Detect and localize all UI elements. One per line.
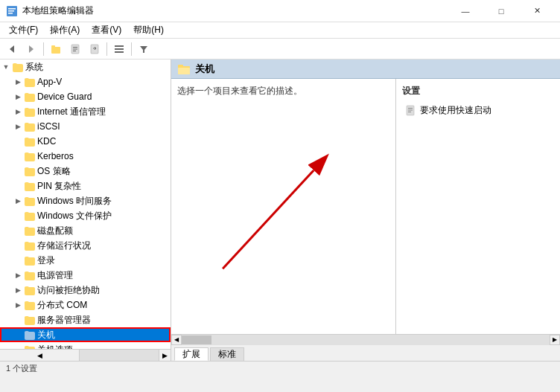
tree-label-appv: App-V [37,77,62,87]
menu-help[interactable]: 帮助(H) [127,22,170,38]
tree-expand-power[interactable]: ▶ [12,269,24,281]
svg-rect-12 [91,45,98,54]
tree-folder-windows-time [24,195,36,207]
tree-item-kerberos[interactable]: ▶ Kerberos [0,149,171,164]
tree-label-device-guard: Device Guard [37,91,92,102]
tree-folder-shutdown-options [24,344,36,349]
settings-item-fast-startup[interactable]: 要求使用快速启动 [402,102,554,119]
close-button[interactable]: ✕ [520,2,554,20]
tree-label-kdc: KDC [37,136,56,147]
menu-bar: 文件(F) 操作(A) 查看(V) 帮助(H) [0,22,560,39]
tree-item-shutdown[interactable]: ▶ 关机 [0,327,171,342]
tree-scroll-controls: ◀ ▶ [0,349,171,361]
tree-item-shutdown-options[interactable]: ▶ 关机选项 [0,342,171,349]
filter-button[interactable] [135,41,153,57]
tree-item-disk[interactable]: ▶ 磁盘配额 [0,223,171,238]
tree-label-shutdown-options: 关机选项 [37,344,73,350]
svg-marker-5 [29,45,34,53]
svg-rect-2 [8,10,14,12]
menu-action[interactable]: 操作(A) [44,22,86,38]
right-header: 关机 [171,60,560,79]
tree-label-shutdown: 关机 [37,329,55,341]
window-title: 本地组策略编辑器 [22,4,94,17]
menu-view[interactable]: 查看(V) [86,22,127,38]
tree-folder-power [24,269,36,281]
tree-item-os-policy[interactable]: ▶ OS 策略 [0,164,171,179]
tree-item-system[interactable]: ▼ 系统 [0,60,171,74]
export-icon [89,44,100,54]
svg-marker-4 [10,45,14,53]
tree-folder-os-policy [24,165,36,177]
scroll-right-button[interactable]: ▶ [550,335,560,345]
svg-rect-14 [115,48,124,50]
tree-panel-wrapper: ▼ 系统 ▶ App-V ▶ [0,60,171,361]
tree-expand-appv[interactable]: ▶ [12,76,24,88]
tree-expand-windows-time[interactable]: ▶ [12,195,24,207]
tree-folder-kerberos [24,150,36,162]
tree-expand-internet-comm[interactable]: ▶ [12,106,24,118]
tab-standard[interactable]: 标准 [210,347,244,361]
tree-expand-system[interactable]: ▼ [0,61,12,73]
tree-scroll-track[interactable] [80,350,159,361]
back-button[interactable] [3,41,21,57]
right-panel-scrollbar[interactable]: ◀ ▶ [171,334,560,344]
menu-file[interactable]: 文件(F) [3,22,44,38]
maximize-button[interactable]: □ [484,2,518,20]
tree-item-internet-comm[interactable]: ▶ Internet 通信管理 [0,104,171,119]
tree-expand-iscsi[interactable]: ▶ [12,121,24,132]
tree-label-distributed-com: 分布式 COM [37,299,87,312]
right-left-content: 选择一个项目来查看它的描述。 [171,79,396,334]
svg-rect-6 [51,47,60,54]
tree-folder-kdc [24,135,36,147]
svg-rect-10 [73,48,77,49]
status-bar: 1 个设置 [0,361,560,376]
tree-expand-access-denied[interactable]: ▶ [12,284,24,296]
toolbar-btn-4[interactable] [110,41,128,57]
tree-folder-device-guard [24,91,36,103]
tree-expand-device-guard[interactable]: ▶ [12,91,24,103]
tree-item-distributed-com[interactable]: ▶ 分布式 COM [0,298,171,312]
tree-folder-pin [24,180,36,192]
tree-item-server-manager[interactable]: ▶ 服务器管理器 [0,312,171,327]
toolbar-btn-3[interactable] [86,41,104,57]
tab-expand[interactable]: 扩展 [174,347,209,361]
tree-expand-distributed-com[interactable]: ▶ [12,299,24,311]
svg-marker-16 [140,46,147,53]
folder-open-icon [177,62,191,76]
tree-item-device-guard[interactable]: ▶ Device Guard [0,89,171,104]
svg-rect-25 [408,112,411,112]
tree-item-pin[interactable]: ▶ PIN 复杂性 [0,179,171,193]
tree-item-iscsi[interactable]: ▶ iSCSI [0,119,171,134]
tree-item-kdc[interactable]: ▶ KDC [0,134,171,149]
tree-item-power[interactable]: ▶ 电源管理 [0,268,171,283]
tree-item-login[interactable]: ▶ 登录 [0,253,171,268]
forward-icon [26,44,36,54]
toolbar-btn-2[interactable] [66,41,84,57]
tree-scroll-area[interactable]: ▼ 系统 ▶ App-V ▶ [0,60,171,349]
settings-item-label-fast-startup: 要求使用快速启动 [420,104,491,117]
right-panel: 关机 选择一个项目来查看它的描述。 [171,60,560,361]
scroll-thumb[interactable] [182,335,211,344]
tree-scroll-right[interactable]: ▶ [159,350,171,361]
tree-item-windows-time[interactable]: ▶ Windows 时间服务 [0,193,171,208]
tree-item-windows-file[interactable]: ▶ Windows 文件保护 [0,208,171,223]
window-controls: — □ ✕ [448,2,554,20]
tree-label-access-denied: 访问被拒绝协助 [37,284,100,297]
tree-folder-login [24,254,36,266]
tab-bar: 扩展 标准 [171,344,560,361]
toolbar-btn-1[interactable] [47,41,65,57]
scroll-left-button[interactable]: ◀ [171,335,182,345]
tree-folder-internet-comm [24,106,36,118]
tree-item-appv[interactable]: ▶ App-V [0,74,171,89]
title-bar: 本地组策略编辑器 — □ ✕ [0,0,560,22]
scroll-track[interactable] [182,335,550,345]
tree-item-access-denied[interactable]: ▶ 访问被拒绝协助 [0,283,171,298]
svg-rect-7 [51,45,55,48]
right-body: 选择一个项目来查看它的描述。 设置 [171,79,560,334]
description-text: 选择一个项目来查看它的描述。 [177,85,389,97]
tree-item-storage[interactable]: ▶ 存储运行状况 [0,238,171,253]
properties-icon [70,44,80,54]
forward-button[interactable] [22,41,40,57]
minimize-button[interactable]: — [448,2,483,20]
tree-scroll-left[interactable]: ◀ [0,350,80,361]
